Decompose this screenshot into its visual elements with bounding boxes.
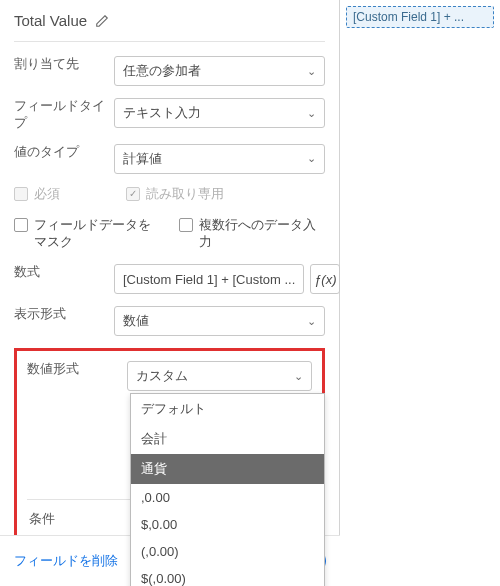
field-chip-label: [Custom Field 1] + ... [353, 10, 464, 24]
formula-input[interactable]: [Custom Field 1] + [Custom ... [114, 264, 304, 294]
canvas-area: [Custom Field 1] + ... [340, 0, 500, 586]
header-title: Total Value [14, 12, 87, 29]
fx-icon: ƒ(x) [314, 272, 336, 287]
panel-header: Total Value [14, 12, 325, 42]
fieldtype-label: フィールドタイプ [14, 98, 106, 132]
fieldtype-select[interactable]: テキスト入力 ⌄ [114, 98, 325, 128]
field-chip[interactable]: [Custom Field 1] + ... [346, 6, 494, 28]
chevron-down-icon: ⌄ [294, 370, 303, 383]
required-label: 必須 [34, 186, 60, 203]
valuetype-select[interactable]: 計算値 ⌄ [114, 144, 325, 174]
dropdown-option[interactable]: 会計 [131, 424, 324, 454]
chevron-down-icon: ⌄ [307, 65, 316, 78]
formula-value: [Custom Field 1] + [Custom ... [123, 272, 295, 287]
valuetype-label: 値のタイプ [14, 144, 106, 161]
fx-button[interactable]: ƒ(x) [310, 264, 340, 294]
dropdown-option[interactable]: デフォルト [131, 394, 324, 424]
chevron-down-icon: ⌄ [307, 152, 316, 165]
edit-icon[interactable] [95, 14, 109, 28]
fieldtype-value: テキスト入力 [123, 104, 201, 122]
displayformat-value: 数値 [123, 312, 149, 330]
readonly-checkbox: ✓ [126, 187, 140, 201]
numberformat-value: カスタム [136, 367, 188, 385]
multiline-checkbox[interactable] [179, 218, 193, 232]
multiline-label: 複数行へのデータ入力 [199, 217, 326, 251]
assignee-value: 任意の参加者 [123, 62, 201, 80]
properties-panel: Total Value 割り当て先 任意の参加者 ⌄ フィールドタイプ テキスト… [0, 0, 340, 586]
mask-checkbox[interactable] [14, 218, 28, 232]
mask-label: フィールドデータをマスク [34, 217, 161, 251]
formula-label: 数式 [14, 264, 106, 281]
required-checkbox [14, 187, 28, 201]
numberformat-select[interactable]: カスタム ⌄ [127, 361, 312, 391]
dropdown-option[interactable]: $,0.00 [131, 511, 324, 538]
displayformat-label: 表示形式 [14, 306, 106, 323]
dropdown-option[interactable]: $(,0.00) [131, 565, 324, 586]
valuetype-value: 計算値 [123, 150, 162, 168]
chevron-down-icon: ⌄ [307, 107, 316, 120]
delete-field-link[interactable]: フィールドを削除 [14, 552, 118, 570]
assignee-select[interactable]: 任意の参加者 ⌄ [114, 56, 325, 86]
numberformat-dropdown: デフォルト会計通貨,0.00$,0.00(,0.00)$(,0.00)0,カスタ… [130, 393, 325, 586]
displayformat-select[interactable]: 数値 ⌄ [114, 306, 325, 336]
chevron-down-icon: ⌄ [307, 315, 316, 328]
dropdown-option[interactable]: 通貨 [131, 454, 324, 484]
dropdown-option[interactable]: (,0.00) [131, 538, 324, 565]
assignee-label: 割り当て先 [14, 56, 106, 73]
numberformat-label: 数値形式 [27, 361, 119, 378]
dropdown-option[interactable]: ,0.00 [131, 484, 324, 511]
readonly-label: 読み取り専用 [146, 186, 224, 203]
